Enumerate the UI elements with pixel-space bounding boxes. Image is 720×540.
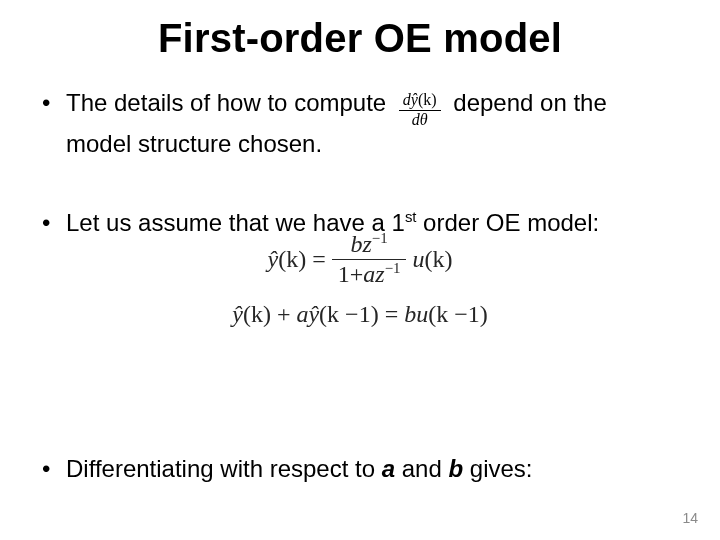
bullet-3-text-b: and — [395, 455, 448, 482]
slide-title: First-order OE model — [0, 16, 720, 61]
eq1-den-z: z — [375, 261, 384, 287]
eq2-uk: (k — [428, 301, 448, 327]
eq1-num-exp: −1 — [372, 230, 388, 246]
bullet-3: Differentiating with respect to a and b … — [42, 454, 678, 485]
eq1-den-a: a — [363, 261, 375, 287]
theta-sym: θ — [420, 111, 428, 128]
eq1-uk: (k) — [424, 246, 452, 272]
eq1-den-plus: + — [350, 261, 364, 287]
eq1-den-1: 1 — [338, 261, 350, 287]
eq2-k1: (k) — [243, 301, 271, 327]
eq1-den-exp: −1 — [385, 260, 401, 276]
equation-2: ŷ(k) + aŷ(k −1) = bu(k −1) — [0, 301, 720, 328]
eq1-num-b: b — [351, 231, 363, 257]
bullet-3-text-c: gives: — [463, 455, 532, 482]
slide: First-order OE model The details of how … — [0, 0, 720, 540]
eq2-one1: 1) — [359, 301, 379, 327]
var-a: a — [382, 455, 395, 482]
yhat-sym: ŷ — [411, 91, 418, 108]
eq1-u: u — [412, 246, 424, 272]
eq2-plus: + — [277, 301, 291, 327]
eq2-k2a: (k — [319, 301, 339, 327]
bullet-3-text-a: Differentiating with respect to — [66, 455, 382, 482]
equation-1: ŷ(k) = bz−1 1+az−1 u(k) — [268, 232, 453, 287]
eq2-b: b — [404, 301, 416, 327]
eq2-one2: 1) — [468, 301, 488, 327]
eq1-equals: = — [312, 246, 326, 273]
inline-derivative: dŷ(k) dθ — [399, 92, 441, 129]
eq1-k: (k) — [278, 246, 306, 272]
bullet-1-text-a: The details of how to compute — [66, 89, 386, 116]
eq2-u: u — [416, 301, 428, 327]
d-sym-2: d — [412, 111, 420, 128]
eq1-den: 1+az−1 — [332, 260, 407, 287]
var-b: b — [448, 455, 463, 482]
eq2-eq: = — [385, 301, 399, 327]
d-sym: d — [403, 91, 411, 108]
eq2-y1: ŷ — [232, 301, 243, 327]
eq1-fraction: bz−1 1+az−1 — [332, 232, 407, 287]
eq2-y2: ŷ — [308, 301, 319, 327]
eq2-minus2: − — [454, 301, 468, 327]
eq1-num: bz−1 — [332, 232, 407, 260]
eq2-a: a — [296, 301, 308, 327]
inline-derivative-den: dθ — [399, 111, 441, 129]
bullet-1: The details of how to compute dŷ(k) dθ d… — [42, 88, 678, 160]
eq1-num-z: z — [363, 231, 372, 257]
eq1-yhat: ŷ — [268, 246, 279, 272]
equation-block: ŷ(k) = bz−1 1+az−1 u(k) ŷ(k) + aŷ(k −1) … — [0, 232, 720, 328]
k-arg: (k) — [418, 91, 437, 108]
eq1-lhs: ŷ(k) — [268, 246, 307, 273]
eq1-rhs: u(k) — [412, 246, 452, 273]
bullet-2-sup: st — [405, 209, 417, 225]
eq2-minus1: − — [345, 301, 359, 327]
page-number: 14 — [682, 510, 698, 526]
inline-derivative-num: dŷ(k) — [399, 92, 441, 111]
